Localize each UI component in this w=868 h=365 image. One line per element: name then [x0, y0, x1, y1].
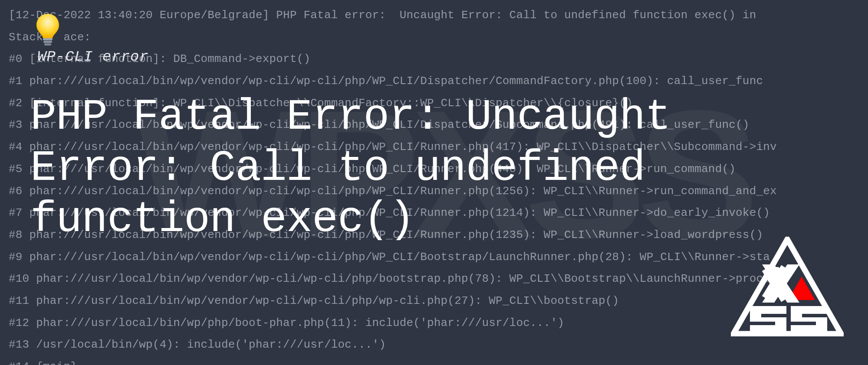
lightbulb-icon: [35, 13, 61, 46]
category-label: WP-CLI error: [37, 49, 149, 65]
svg-rect-0: [43, 38, 53, 40]
header-row: WP-CLI error: [30, 13, 838, 65]
xss-logo: [731, 237, 844, 336]
page-title: PHP Fatal Error: Uncaught Error: Call to…: [30, 92, 725, 245]
svg-rect-1: [43, 41, 52, 43]
svg-rect-2: [44, 43, 51, 46]
